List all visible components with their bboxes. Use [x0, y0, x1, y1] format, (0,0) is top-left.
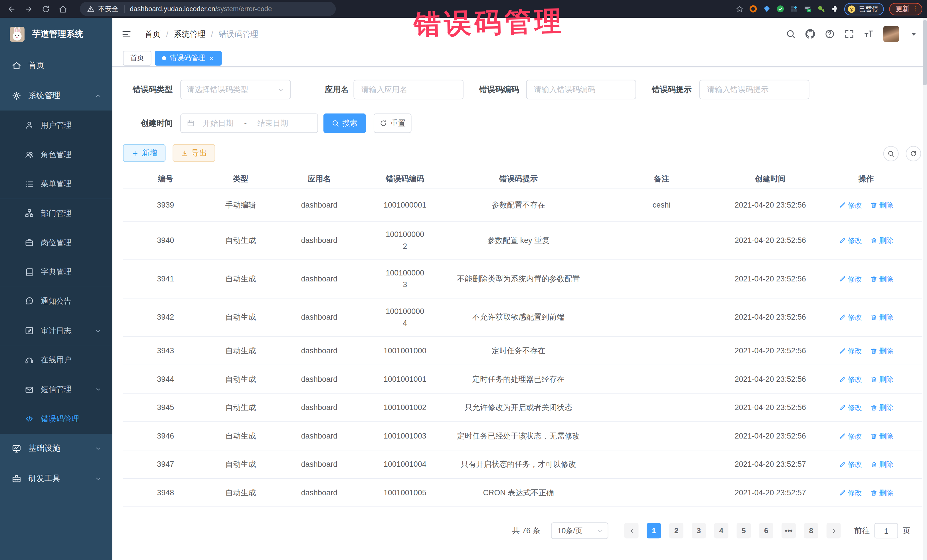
delete-link[interactable]: 删除 — [870, 430, 894, 442]
delete-link[interactable]: 删除 — [870, 458, 894, 470]
font-size-icon[interactable] — [864, 29, 874, 39]
paused-badge[interactable]: 已暂停 — [844, 3, 884, 15]
error-code-type-select[interactable]: 请选择错误码类型 — [180, 80, 291, 99]
edit-link[interactable]: 修改 — [839, 487, 862, 498]
page-ellipsis-button[interactable]: ••• — [781, 523, 796, 538]
sidebar-item-notice-announcement[interactable]: 通知公告 — [0, 287, 112, 316]
table-row[interactable]: 3947自动生成dashboard1001001004只有开启状态的任务，才可以… — [123, 450, 922, 478]
browser-update-button[interactable]: 更新 — [889, 3, 922, 15]
sidebar-item-infrastructure[interactable]: 基础设施 — [0, 433, 112, 464]
error-hint-input[interactable] — [699, 80, 810, 99]
sidebar-item-online-users[interactable]: 在线用户 — [0, 345, 112, 375]
extension-gem-icon[interactable] — [763, 5, 771, 13]
app-logo[interactable]: 芋道管理系统 — [0, 18, 112, 50]
edit-link[interactable]: 修改 — [839, 199, 862, 211]
sidebar-item-dev-tools[interactable]: 研发工具 — [0, 464, 112, 494]
extension-grid-icon[interactable] — [790, 5, 798, 13]
extension-ring-icon[interactable] — [749, 5, 757, 13]
delete-link[interactable]: 删除 — [870, 199, 894, 211]
page-button-4[interactable]: 4 — [714, 523, 728, 538]
sidebar-collapse-icon[interactable] — [121, 29, 132, 39]
add-button[interactable]: 新增 — [123, 144, 166, 162]
browser-menu-dots-icon[interactable] — [912, 5, 919, 12]
delete-link[interactable]: 删除 — [870, 401, 894, 413]
table-row[interactable]: 3946自动生成dashboard1001001003定时任务已经处于该状态，无… — [123, 422, 922, 450]
breadcrumb-item[interactable]: 系统管理 — [174, 29, 206, 39]
delete-link[interactable]: 删除 — [870, 373, 894, 385]
error-code-input[interactable] — [526, 80, 636, 99]
edit-link[interactable]: 修改 — [839, 311, 862, 323]
address-bar[interactable]: 不安全 dashboard.yudao.iocoder.cn /system/e… — [80, 2, 336, 16]
sidebar-item-menu-management[interactable]: 菜单管理 — [0, 169, 112, 199]
table-row[interactable]: 3942自动生成dashboard1001000004不允许获取敏感配置到前端2… — [123, 299, 922, 337]
close-icon[interactable] — [209, 55, 215, 61]
bookmark-star-icon[interactable] — [736, 5, 744, 13]
delete-link[interactable]: 删除 — [870, 273, 894, 285]
edit-link[interactable]: 修改 — [839, 373, 862, 385]
show-search-toggle-button[interactable] — [883, 146, 899, 161]
scrollbar-track[interactable] — [923, 18, 927, 560]
export-button[interactable]: 导出 — [173, 144, 215, 162]
user-menu-caret-icon[interactable] — [909, 29, 919, 39]
table-row[interactable]: 3940自动生成dashboard1001000002参数配置 key 重复20… — [123, 222, 922, 260]
date-range-picker[interactable]: 开始日期 - 结束日期 — [180, 114, 318, 133]
delete-link[interactable]: 删除 — [870, 235, 894, 246]
next-page-button[interactable] — [827, 523, 841, 538]
page-size-select[interactable]: 10条/页 — [551, 522, 608, 539]
extension-green-check-icon[interactable] — [776, 5, 784, 13]
delete-link[interactable]: 删除 — [870, 311, 894, 323]
delete-link[interactable]: 删除 — [870, 487, 894, 498]
page-button-2[interactable]: 2 — [669, 523, 684, 538]
help-icon[interactable] — [825, 29, 834, 39]
prev-page-button[interactable] — [625, 523, 639, 538]
browser-home-icon[interactable] — [58, 5, 67, 14]
sidebar-item-dept-management[interactable]: 部门管理 — [0, 199, 112, 228]
goto-page-input[interactable] — [874, 523, 898, 538]
extensions-puzzle-icon[interactable] — [831, 5, 839, 13]
table-row[interactable]: 3939手动编辑dashboard1001000001参数配置不存在ceshi2… — [123, 189, 922, 222]
table-row[interactable]: 3943自动生成dashboard1001001000定时任务不存在2021-0… — [123, 337, 922, 365]
tab-active[interactable]: 错误码管理 — [155, 51, 222, 65]
edit-link[interactable]: 修改 — [839, 273, 862, 285]
page-button-6[interactable]: 6 — [759, 523, 773, 538]
delete-link[interactable]: 删除 — [870, 345, 894, 357]
browser-forward-icon[interactable] — [24, 5, 33, 14]
page-button-5[interactable]: 5 — [737, 523, 751, 538]
sidebar-item-dict-management[interactable]: 字典管理 — [0, 258, 112, 287]
fullscreen-icon[interactable] — [844, 29, 854, 39]
tab-home[interactable]: 首页 — [123, 51, 151, 65]
table-row[interactable]: 3944自动生成dashboard1001001001定时任务的处理器已经存在2… — [123, 365, 922, 393]
edit-link[interactable]: 修改 — [839, 458, 862, 470]
sidebar-item-system-management[interactable]: 系统管理 — [0, 80, 112, 111]
sidebar-item-role-management[interactable]: 角色管理 — [0, 140, 112, 169]
scrollbar-thumb[interactable] — [923, 20, 927, 85]
refresh-table-button[interactable] — [906, 146, 921, 161]
header-search-icon[interactable] — [786, 29, 796, 39]
search-button[interactable]: 搜索 — [324, 114, 366, 133]
table-row[interactable]: 3948自动生成dashboard1001001005CRON 表达式不正确20… — [123, 479, 922, 507]
sidebar-item-user-management[interactable]: 用户管理 — [0, 111, 112, 140]
user-avatar[interactable] — [883, 26, 899, 42]
edit-link[interactable]: 修改 — [839, 345, 862, 357]
table-row[interactable]: 3941自动生成dashboard1001000003不能删除类型为系统内置的参… — [123, 260, 922, 299]
app-name-input[interactable] — [353, 80, 464, 99]
edit-link[interactable]: 修改 — [839, 430, 862, 442]
breadcrumb-item[interactable]: 首页 — [145, 29, 161, 39]
extension-list-on-badge-icon[interactable]: on — [804, 5, 812, 13]
edit-link[interactable]: 修改 — [839, 235, 862, 246]
reset-button[interactable]: 重置 — [374, 114, 412, 133]
extension-key-icon[interactable] — [817, 5, 825, 13]
sidebar-item-home[interactable]: 首页 — [0, 50, 112, 80]
browser-reload-icon[interactable] — [41, 5, 50, 14]
sidebar-item-sms-management[interactable]: 短信管理 — [0, 375, 112, 404]
sidebar-item-error-code-management[interactable]: 错误码管理 — [0, 404, 112, 433]
edit-link[interactable]: 修改 — [839, 401, 862, 413]
sidebar-item-post-management[interactable]: 岗位管理 — [0, 228, 112, 258]
table-row[interactable]: 3945自动生成dashboard1001001002只允许修改为开启或者关闭状… — [123, 393, 922, 422]
github-icon[interactable] — [805, 29, 815, 39]
page-button-8[interactable]: 8 — [804, 523, 818, 538]
browser-back-icon[interactable] — [7, 5, 16, 14]
page-button-1[interactable]: 1 — [647, 523, 661, 538]
sidebar-item-audit-log[interactable]: 审计日志 — [0, 316, 112, 346]
page-button-3[interactable]: 3 — [692, 523, 706, 538]
